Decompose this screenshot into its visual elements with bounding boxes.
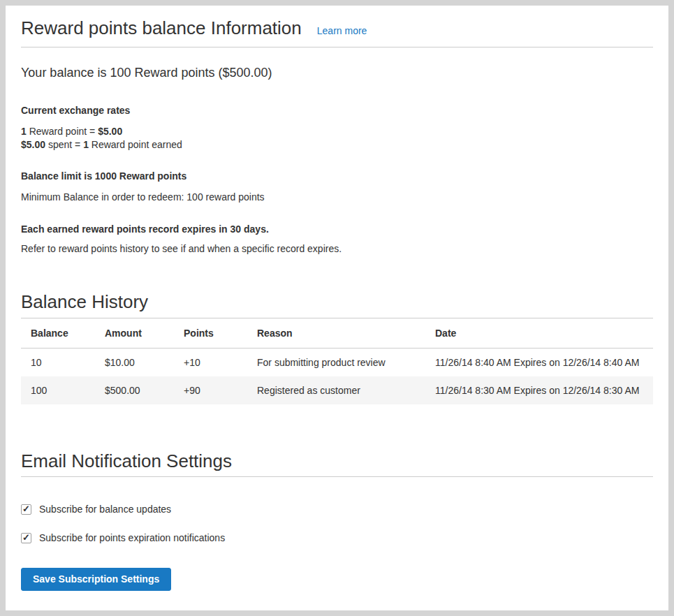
page-title: Reward points balance Information	[21, 17, 302, 39]
cell-amount: $10.00	[95, 349, 174, 377]
page-background: Reward points balance Information Learn …	[0, 0, 674, 616]
earn-rate-line: $5.00 spent = 1 Reward point earned	[21, 138, 653, 152]
earn-amount-value: $5.00	[21, 139, 45, 150]
rate-to-currency-line: 1 Reward point = $5.00	[21, 125, 653, 138]
rate-points-value: 1	[21, 126, 27, 137]
rate-mid-text: Reward point =	[27, 126, 98, 137]
column-header-amount: Amount	[95, 318, 174, 349]
earn-tail-text: Reward point earned	[89, 139, 182, 150]
cell-points: +10	[174, 349, 247, 377]
cell-reason: Registered as customer	[247, 376, 425, 404]
balance-updates-option: Subscribe for balance updates	[21, 504, 653, 515]
email-settings-heading: Email Notification Settings	[21, 450, 653, 477]
column-header-points: Points	[174, 318, 247, 349]
cell-reason: For submitting product review	[247, 349, 425, 377]
earn-mid-text: spent =	[45, 139, 83, 150]
earn-points-value: 1	[83, 139, 89, 150]
exchange-rates: 1 Reward point = $5.00 $5.00 spent = 1 R…	[21, 125, 653, 152]
save-subscription-button[interactable]: Save Subscription Settings	[21, 568, 171, 591]
table-header-row: Balance Amount Points Reason Date	[21, 318, 653, 349]
balance-history-table: Balance Amount Points Reason Date 10 $10…	[21, 318, 653, 404]
cell-date: 11/26/14 8:30 AM Expires on 12/26/14 8:3…	[425, 376, 653, 404]
balance-updates-label[interactable]: Subscribe for balance updates	[39, 504, 171, 515]
table-row: 100 $500.00 +90 Registered as customer 1…	[21, 376, 653, 404]
balance-limit-note: Balance limit is 1000 Reward points	[21, 170, 653, 182]
column-header-reason: Reason	[247, 318, 425, 349]
rate-amount-value: $5.00	[98, 126, 122, 137]
cell-date: 11/26/14 8:40 AM Expires on 12/26/14 8:4…	[425, 349, 653, 377]
balance-summary: Your balance is 100 Reward points ($500.…	[21, 66, 653, 80]
panel-header: Reward points balance Information Learn …	[21, 17, 653, 47]
reward-points-panel: Reward points balance Information Learn …	[6, 6, 668, 610]
expiration-rule: Each earned reward points record expires…	[21, 223, 653, 235]
learn-more-link[interactable]: Learn more	[317, 25, 367, 36]
column-header-date: Date	[425, 318, 653, 349]
exchange-rates-heading: Current exchange rates	[21, 105, 653, 116]
column-header-balance: Balance	[21, 318, 95, 349]
points-expiration-option: Subscribe for points expiration notifica…	[21, 532, 653, 543]
balance-updates-checkbox[interactable]	[21, 504, 31, 515]
cell-balance: 10	[21, 349, 95, 377]
cell-points: +90	[174, 376, 247, 404]
expiration-note: Refer to reward points history to see if…	[21, 243, 653, 254]
min-balance-note: Minimum Balance in order to redeem: 100 …	[21, 191, 653, 203]
table-row: 10 $10.00 +10 For submitting product rev…	[21, 349, 653, 377]
balance-history-heading: Balance History	[21, 291, 653, 318]
cell-balance: 100	[21, 376, 95, 404]
points-expiration-label[interactable]: Subscribe for points expiration notifica…	[39, 532, 225, 543]
points-expiration-checkbox[interactable]	[21, 533, 31, 543]
cell-amount: $500.00	[95, 376, 174, 404]
